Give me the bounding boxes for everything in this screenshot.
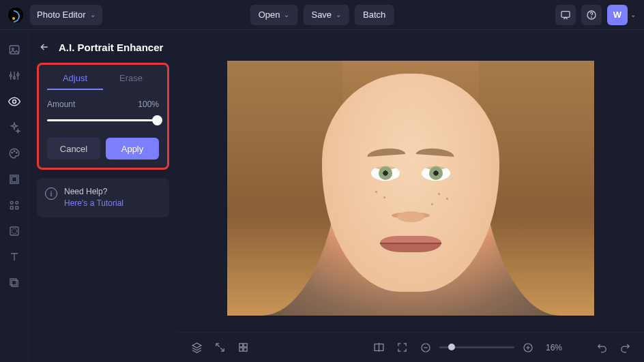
svg-rect-22: [239, 344, 242, 347]
amount-slider[interactable]: [47, 115, 159, 127]
svg-rect-13: [12, 177, 17, 182]
svg-point-5: [10, 75, 12, 77]
svg-rect-0: [561, 11, 570, 17]
app-mode-label: Photo Editor: [37, 10, 86, 20]
apply-label: Apply: [121, 144, 144, 154]
redo-button[interactable]: [618, 341, 632, 355]
tool-image[interactable]: [7, 42, 22, 57]
zoom-label: 16%: [546, 343, 562, 352]
tab-erase-label: Erase: [119, 73, 143, 83]
top-bar: Photo Editor ⌄ Open ⌄ Save ⌄ Batch W ⌄: [0, 0, 644, 30]
plus-circle-icon: [523, 342, 533, 353]
tool-crop[interactable]: [7, 224, 22, 239]
action-buttons: Cancel Apply: [47, 138, 159, 160]
tab-adjust-label: Adjust: [63, 73, 87, 83]
tab-adjust[interactable]: Adjust: [47, 73, 103, 90]
app-logo: [8, 7, 23, 22]
svg-point-11: [16, 152, 17, 153]
chevron-down-icon: ⌄: [90, 11, 96, 18]
user-avatar: W: [607, 5, 628, 25]
chevron-down-icon: ⌄: [336, 11, 341, 18]
account-dropdown[interactable]: W ⌄: [607, 5, 636, 25]
svg-point-14: [10, 201, 13, 204]
svg-point-7: [16, 74, 18, 76]
panel-header: A.I. Portrait Enhancer: [37, 40, 169, 55]
amount-label: Amount: [47, 100, 75, 109]
svg-point-4: [12, 48, 13, 49]
tab-erase[interactable]: Erase: [103, 73, 159, 90]
tool-layers[interactable]: [7, 275, 22, 290]
sliders-icon: [8, 70, 20, 82]
elements-icon: [8, 199, 20, 211]
image-icon: [8, 44, 20, 56]
tool-eye[interactable]: [7, 94, 22, 109]
arrow-left-icon: [39, 42, 50, 52]
expand-button[interactable]: [213, 341, 226, 355]
back-button[interactable]: [37, 40, 52, 55]
help-text: Need Help? Here's a Tutorial: [64, 186, 123, 209]
help-button[interactable]: [581, 5, 602, 25]
chevron-down-icon: ⌄: [284, 11, 289, 18]
save-label: Save: [311, 10, 332, 20]
undo-icon: [596, 342, 608, 353]
svg-rect-24: [239, 348, 242, 351]
help-title: Need Help?: [64, 186, 123, 198]
grid-icon: [237, 342, 249, 353]
chevron-down-icon: ⌄: [630, 11, 636, 18]
tool-sparkle[interactable]: [7, 120, 22, 135]
layers-button[interactable]: [190, 341, 203, 355]
eye-icon: [8, 95, 21, 108]
undo-button[interactable]: [595, 341, 609, 355]
cancel-button[interactable]: Cancel: [47, 138, 100, 160]
top-right-actions: W ⌄: [555, 5, 636, 25]
svg-rect-23: [244, 344, 247, 347]
svg-point-15: [15, 201, 18, 204]
svg-point-9: [11, 152, 12, 153]
tool-palette[interactable]: [7, 146, 22, 161]
svg-point-19: [12, 228, 17, 234]
svg-point-2: [591, 17, 592, 18]
cancel-label: Cancel: [60, 144, 87, 154]
canvas-area: 16%: [177, 30, 644, 362]
slider-track: [47, 119, 159, 121]
zoom-controls: 16%: [419, 341, 562, 355]
open-button[interactable]: Open ⌄: [250, 5, 298, 25]
feedback-button[interactable]: [555, 5, 576, 25]
layers-icon: [8, 277, 20, 289]
text-icon: [8, 251, 20, 263]
side-panel: A.I. Portrait Enhancer Adjust Erase Amou…: [29, 30, 177, 362]
slider-thumb[interactable]: [152, 115, 162, 125]
app-mode-dropdown[interactable]: Photo Editor ⌄: [30, 5, 102, 25]
amount-row: Amount 100%: [47, 100, 159, 109]
svg-rect-17: [15, 207, 18, 209]
svg-point-10: [14, 151, 15, 152]
fit-icon: [396, 342, 408, 353]
user-initial: W: [613, 10, 621, 20]
svg-rect-25: [244, 348, 247, 351]
fit-button[interactable]: [396, 341, 409, 355]
compare-button[interactable]: [372, 341, 386, 355]
batch-label: Batch: [363, 10, 385, 20]
svg-point-6: [13, 77, 15, 79]
panel-title: A.I. Portrait Enhancer: [59, 42, 163, 53]
tool-sliders[interactable]: [7, 68, 22, 83]
redo-icon: [619, 342, 631, 353]
tutorial-link[interactable]: Here's a Tutorial: [64, 198, 123, 209]
zoom-thumb[interactable]: [448, 344, 455, 350]
zoom-out-button[interactable]: [419, 341, 433, 355]
batch-button[interactable]: Batch: [355, 5, 394, 25]
apply-button[interactable]: Apply: [106, 138, 159, 160]
grid-button[interactable]: [236, 341, 250, 355]
zoom-in-button[interactable]: [521, 341, 535, 355]
canvas[interactable]: [177, 30, 644, 332]
palette-icon: [8, 147, 20, 160]
tool-frame[interactable]: [7, 172, 22, 187]
portrait-photo: [227, 61, 594, 316]
bottom-bar: 16%: [177, 332, 644, 362]
tool-text[interactable]: [7, 250, 22, 265]
zoom-slider[interactable]: [439, 346, 514, 348]
save-button[interactable]: Save ⌄: [303, 5, 349, 25]
help-card: i Need Help? Here's a Tutorial: [37, 178, 169, 217]
tool-elements[interactable]: [7, 198, 22, 213]
main-area: A.I. Portrait Enhancer Adjust Erase Amou…: [0, 30, 644, 362]
